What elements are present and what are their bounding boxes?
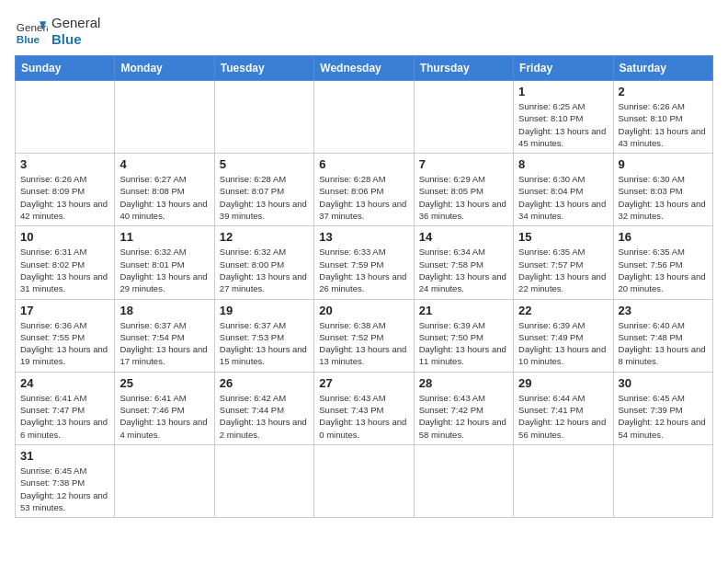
calendar-cell: 4Sunrise: 6:27 AM Sunset: 8:08 PM Daylig…: [115, 154, 214, 226]
day-number: 5: [220, 157, 309, 171]
weekday-header-thursday: Thursday: [414, 56, 513, 81]
svg-text:Blue: Blue: [17, 33, 40, 45]
calendar-cell: 10Sunrise: 6:31 AM Sunset: 8:02 PM Dayli…: [16, 226, 115, 299]
day-number: 23: [619, 304, 708, 317]
calendar-cell: [414, 444, 513, 517]
calendar-cell: [115, 81, 214, 154]
day-number: 17: [20, 304, 109, 317]
calendar-cell: 8Sunrise: 6:30 AM Sunset: 8:04 PM Daylig…: [514, 154, 613, 226]
calendar-cell: 19Sunrise: 6:37 AM Sunset: 7:53 PM Dayli…: [214, 299, 313, 372]
weekday-header-saturday: Saturday: [613, 56, 712, 81]
day-info: Sunrise: 6:41 AM Sunset: 7:46 PM Dayligh…: [119, 392, 209, 441]
day-number: 18: [119, 304, 209, 317]
day-number: 19: [220, 304, 309, 317]
day-info: Sunrise: 6:34 AM Sunset: 7:58 PM Dayligh…: [419, 246, 508, 294]
day-info: Sunrise: 6:45 AM Sunset: 7:38 PM Dayligh…: [20, 465, 109, 513]
day-info: Sunrise: 6:27 AM Sunset: 8:08 PM Dayligh…: [119, 173, 209, 222]
calendar-cell: [613, 444, 712, 517]
calendar-cell: 28Sunrise: 6:43 AM Sunset: 7:42 PM Dayli…: [414, 372, 513, 444]
calendar-cell: 16Sunrise: 6:35 AM Sunset: 7:56 PM Dayli…: [613, 226, 712, 299]
calendar-cell: 7Sunrise: 6:29 AM Sunset: 8:05 PM Daylig…: [414, 154, 513, 226]
calendar-cell: 1Sunrise: 6:25 AM Sunset: 8:10 PM Daylig…: [514, 81, 613, 154]
day-info: Sunrise: 6:33 AM Sunset: 7:59 PM Dayligh…: [319, 246, 408, 294]
calendar-cell: [414, 81, 513, 154]
calendar-cell: 6Sunrise: 6:28 AM Sunset: 8:06 PM Daylig…: [314, 154, 414, 226]
day-info: Sunrise: 6:28 AM Sunset: 8:06 PM Dayligh…: [319, 173, 408, 222]
day-info: Sunrise: 6:44 AM Sunset: 7:41 PM Dayligh…: [518, 392, 608, 441]
day-number: 22: [518, 304, 608, 317]
weekday-header-wednesday: Wednesday: [314, 56, 414, 81]
day-number: 24: [20, 376, 109, 390]
day-number: 11: [119, 230, 209, 244]
weekday-header-tuesday: Tuesday: [214, 56, 313, 81]
calendar-cell: 31Sunrise: 6:45 AM Sunset: 7:38 PM Dayli…: [16, 444, 115, 517]
logo-general-text: General: [51, 15, 100, 31]
calendar-cell: 14Sunrise: 6:34 AM Sunset: 7:58 PM Dayli…: [414, 226, 513, 299]
day-info: Sunrise: 6:37 AM Sunset: 7:54 PM Dayligh…: [119, 319, 209, 368]
calendar-cell: 27Sunrise: 6:43 AM Sunset: 7:43 PM Dayli…: [314, 372, 414, 444]
calendar-cell: 20Sunrise: 6:38 AM Sunset: 7:52 PM Dayli…: [314, 299, 414, 372]
day-number: 3: [20, 157, 109, 171]
day-info: Sunrise: 6:32 AM Sunset: 8:01 PM Dayligh…: [119, 246, 209, 294]
day-info: Sunrise: 6:43 AM Sunset: 7:43 PM Dayligh…: [319, 392, 408, 441]
day-info: Sunrise: 6:26 AM Sunset: 8:09 PM Dayligh…: [20, 173, 109, 222]
day-info: Sunrise: 6:30 AM Sunset: 8:03 PM Dayligh…: [619, 173, 708, 222]
weekday-header-friday: Friday: [514, 56, 613, 81]
day-number: 21: [419, 304, 508, 317]
calendar-cell: 2Sunrise: 6:26 AM Sunset: 8:10 PM Daylig…: [613, 81, 712, 154]
day-number: 6: [319, 157, 408, 171]
day-number: 4: [119, 157, 209, 171]
calendar-cell: 15Sunrise: 6:35 AM Sunset: 7:57 PM Dayli…: [514, 226, 613, 299]
logo-icon: General Blue: [15, 15, 48, 48]
day-number: 12: [220, 230, 309, 244]
calendar-cell: 21Sunrise: 6:39 AM Sunset: 7:50 PM Dayli…: [414, 299, 513, 372]
day-info: Sunrise: 6:30 AM Sunset: 8:04 PM Dayligh…: [518, 173, 608, 222]
calendar-cell: [214, 444, 313, 517]
calendar-cell: 30Sunrise: 6:45 AM Sunset: 7:39 PM Dayli…: [613, 372, 712, 444]
day-number: 26: [220, 376, 309, 390]
day-number: 1: [518, 85, 608, 98]
day-info: Sunrise: 6:26 AM Sunset: 8:10 PM Dayligh…: [619, 100, 708, 149]
day-info: Sunrise: 6:45 AM Sunset: 7:39 PM Dayligh…: [619, 392, 708, 441]
day-number: 14: [419, 230, 508, 244]
calendar-cell: 9Sunrise: 6:30 AM Sunset: 8:03 PM Daylig…: [613, 154, 712, 226]
day-info: Sunrise: 6:40 AM Sunset: 7:48 PM Dayligh…: [619, 319, 708, 368]
day-info: Sunrise: 6:39 AM Sunset: 7:49 PM Dayligh…: [518, 319, 608, 368]
day-number: 15: [518, 230, 608, 244]
day-info: Sunrise: 6:32 AM Sunset: 8:00 PM Dayligh…: [220, 246, 309, 294]
day-info: Sunrise: 6:25 AM Sunset: 8:10 PM Dayligh…: [518, 100, 608, 149]
logo: General Blue General Blue: [15, 15, 100, 48]
calendar-cell: [314, 444, 414, 517]
calendar-cell: 24Sunrise: 6:41 AM Sunset: 7:47 PM Dayli…: [16, 372, 115, 444]
calendar-cell: 3Sunrise: 6:26 AM Sunset: 8:09 PM Daylig…: [16, 154, 115, 226]
calendar-cell: [16, 81, 115, 154]
calendar-cell: 13Sunrise: 6:33 AM Sunset: 7:59 PM Dayli…: [314, 226, 414, 299]
calendar-cell: 11Sunrise: 6:32 AM Sunset: 8:01 PM Dayli…: [115, 226, 214, 299]
calendar-cell: [115, 444, 214, 517]
calendar-cell: 18Sunrise: 6:37 AM Sunset: 7:54 PM Dayli…: [115, 299, 214, 372]
calendar-cell: 29Sunrise: 6:44 AM Sunset: 7:41 PM Dayli…: [514, 372, 613, 444]
day-number: 8: [518, 157, 608, 171]
day-info: Sunrise: 6:28 AM Sunset: 8:07 PM Dayligh…: [220, 173, 309, 222]
calendar-cell: 26Sunrise: 6:42 AM Sunset: 7:44 PM Dayli…: [214, 372, 313, 444]
day-info: Sunrise: 6:31 AM Sunset: 8:02 PM Dayligh…: [20, 246, 109, 294]
day-number: 7: [419, 157, 508, 171]
day-info: Sunrise: 6:29 AM Sunset: 8:05 PM Dayligh…: [419, 173, 508, 222]
day-number: 27: [319, 376, 408, 390]
day-info: Sunrise: 6:37 AM Sunset: 7:53 PM Dayligh…: [220, 319, 309, 368]
logo-blue-text: Blue: [51, 31, 100, 48]
day-number: 28: [419, 376, 508, 390]
day-info: Sunrise: 6:36 AM Sunset: 7:55 PM Dayligh…: [20, 319, 109, 368]
day-number: 9: [619, 157, 708, 171]
day-number: 29: [518, 376, 608, 390]
day-info: Sunrise: 6:35 AM Sunset: 7:56 PM Dayligh…: [619, 246, 708, 294]
day-info: Sunrise: 6:43 AM Sunset: 7:42 PM Dayligh…: [419, 392, 508, 441]
calendar-cell: 12Sunrise: 6:32 AM Sunset: 8:00 PM Dayli…: [214, 226, 313, 299]
calendar-cell: 17Sunrise: 6:36 AM Sunset: 7:55 PM Dayli…: [16, 299, 115, 372]
day-number: 30: [619, 376, 708, 390]
calendar-cell: 25Sunrise: 6:41 AM Sunset: 7:46 PM Dayli…: [115, 372, 214, 444]
day-info: Sunrise: 6:39 AM Sunset: 7:50 PM Dayligh…: [419, 319, 508, 368]
page-header: General Blue General Blue: [15, 15, 713, 48]
day-info: Sunrise: 6:42 AM Sunset: 7:44 PM Dayligh…: [220, 392, 309, 441]
calendar-table: SundayMondayTuesdayWednesdayThursdayFrid…: [15, 55, 713, 518]
